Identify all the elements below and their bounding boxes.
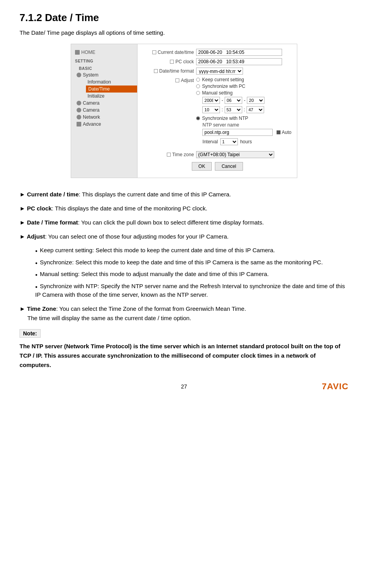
page-footer: 27 7AVIC xyxy=(20,381,348,392)
logo-text2: C xyxy=(342,381,348,391)
sidebar-item-datetime[interactable]: Date/Time xyxy=(86,86,137,93)
datetime-format-desc: ► Date / Time format: You can click the … xyxy=(20,218,348,227)
datetime-format-label: Date/time format xyxy=(159,68,194,74)
cancel-button[interactable]: Cancel xyxy=(215,162,243,171)
bullet-keep: Keep current setting: Select this mode t… xyxy=(35,246,348,255)
radio-manual[interactable]: Manual setting xyxy=(196,90,291,96)
sidebar-item-camera-label: Camera xyxy=(83,100,100,106)
sidebar-item-camera[interactable]: Camera xyxy=(75,100,137,107)
manual-date-row: 2008 - 06 - 20 xyxy=(202,97,291,104)
note-section: Note: The NTP server (Network Time Proto… xyxy=(20,329,348,370)
adjust-checkbox[interactable] xyxy=(175,78,179,82)
pc-clock-checkbox[interactable] xyxy=(170,60,174,64)
current-datetime-row: Current date/time xyxy=(143,49,291,56)
sidebar-home-label: HOME xyxy=(81,50,95,55)
hours-label: hours xyxy=(240,139,252,144)
system-icon xyxy=(77,73,81,77)
timezone-checkbox[interactable] xyxy=(167,153,171,157)
advance-icon xyxy=(77,122,81,127)
adjust-radio-group: Keep current setting Synchronize with PC… xyxy=(196,77,291,146)
timezone-select[interactable]: (GMT+08:00) Taipei xyxy=(196,151,274,158)
sidebar-item-system[interactable]: System xyxy=(75,71,137,78)
sidebar-item-advance-label: Advance xyxy=(83,121,101,127)
note-label: Note: xyxy=(20,329,41,338)
interval-label: Interval xyxy=(202,139,218,144)
second-select[interactable]: 47 xyxy=(247,106,264,113)
datetime-format-checkbox[interactable] xyxy=(154,69,158,73)
sidebar-item-initialize[interactable]: Initialize xyxy=(86,93,137,100)
sidebar-home[interactable]: HOME xyxy=(71,48,137,57)
ok-cancel-row: OK Cancel xyxy=(143,162,291,171)
sidebar-item-network-label: Camera xyxy=(83,107,100,113)
sidebar-item-information[interactable]: Information xyxy=(86,78,137,86)
radio-sync-pc[interactable]: Synchronize with PC xyxy=(196,84,291,89)
radio-manual-label: Manual setting xyxy=(202,90,232,96)
current-datetime-label: Current date/time xyxy=(158,50,194,55)
ntp-server-input[interactable] xyxy=(202,129,273,136)
sidebar-item-security[interactable]: Network xyxy=(75,114,137,121)
ui-panel: HOME SETTING BASIC System Information Da… xyxy=(71,44,297,178)
hour-select[interactable]: 10 xyxy=(202,106,220,113)
datetime-format-select[interactable]: yyyy-mm-dd hh:mm:ss xyxy=(196,68,243,75)
ntp-auto-group: Auto xyxy=(277,130,291,135)
adjust-row: Adjust Keep current setting Synchronize … xyxy=(143,77,291,146)
sidebar-item-system-label: System xyxy=(83,72,98,78)
pc-clock-row: PC clock xyxy=(143,58,291,65)
ok-button[interactable]: OK xyxy=(192,162,212,171)
ntp-server-label: NTP server name xyxy=(202,122,291,128)
form-panel: Current date/time PC clock Date/time for… xyxy=(138,44,297,178)
timezone-label: Time zone xyxy=(172,152,194,157)
adjust-label: Adjust xyxy=(181,78,194,83)
page-title: 7.1.2 Date / Time xyxy=(20,12,348,24)
intro-text: The Date/ Time page displays all options… xyxy=(20,29,348,36)
sidebar-basic-label: BASIC xyxy=(75,64,137,71)
adjust-desc: ► Adjust: You can select one of those fo… xyxy=(20,232,348,241)
sidebar-item-advance[interactable]: Advance xyxy=(75,121,137,128)
timezone-sub: The time will display the same as the cu… xyxy=(27,315,191,321)
sidebar: HOME SETTING BASIC System Information Da… xyxy=(71,44,138,178)
pc-clock-label: PC clock xyxy=(175,59,194,64)
ntp-auto-label: Auto xyxy=(282,130,291,135)
radio-keep-circle xyxy=(196,78,200,82)
pc-clock-desc: ► PC clock: This displays the date and t… xyxy=(20,204,348,213)
time-sep1: : xyxy=(222,107,223,112)
pc-clock-input[interactable] xyxy=(196,58,282,65)
radio-keep[interactable]: Keep current setting xyxy=(196,77,291,82)
ntp-auto-checkbox[interactable] xyxy=(277,130,280,134)
ntp-server-row: NTP server name Auto xyxy=(202,122,291,136)
bullet-ntp: Synchronize with NTP: Specify the NTP se… xyxy=(35,282,348,299)
timezone-desc: ► Time Zone: You can select the Time Zon… xyxy=(20,304,348,323)
date-sep1: - xyxy=(222,98,223,103)
content-section: ► Current date / time: This displays the… xyxy=(20,190,348,323)
current-datetime-desc: ► Current date / time: This displays the… xyxy=(20,190,348,199)
radio-manual-circle xyxy=(196,91,200,95)
radio-ntp-circle xyxy=(196,116,200,120)
security-icon xyxy=(77,115,81,119)
date-sep2: - xyxy=(244,98,245,103)
sidebar-setting-label: SETTING xyxy=(71,57,137,64)
radio-ntp-label: Synchronize with NTP xyxy=(202,116,248,121)
month-select[interactable]: 06 xyxy=(225,97,242,104)
home-icon xyxy=(75,50,80,55)
radio-sync-pc-label: Synchronize with PC xyxy=(202,84,245,89)
note-text: The NTP server (Network Time Protocol) i… xyxy=(20,342,348,370)
datetime-format-row: Date/time format yyyy-mm-dd hh:mm:ss xyxy=(143,68,291,75)
page-number: 27 xyxy=(129,383,239,390)
current-datetime-input[interactable] xyxy=(196,49,282,56)
current-datetime-checkbox[interactable] xyxy=(152,50,156,54)
manual-time-row: 10 : 53 : 47 xyxy=(202,106,291,113)
interval-row: Interval 1 hours xyxy=(202,138,291,145)
day-select[interactable]: 20 xyxy=(247,97,264,104)
logo-text1: 7AVI xyxy=(322,381,342,391)
radio-ntp[interactable]: Synchronize with NTP xyxy=(196,116,291,121)
radio-keep-label: Keep current setting xyxy=(202,77,244,82)
timezone-row: Time zone (GMT+08:00) Taipei xyxy=(143,151,291,158)
radio-sync-pc-circle xyxy=(196,84,200,88)
sidebar-item-network[interactable]: Camera xyxy=(75,107,137,114)
year-select[interactable]: 2008 xyxy=(202,97,220,104)
bullet-manual: Manual setting: Select this mode to adju… xyxy=(35,270,348,279)
time-sep2: : xyxy=(244,107,245,112)
interval-select[interactable]: 1 xyxy=(220,138,238,145)
bullet-sync: Synchronize: Select this mode to keep th… xyxy=(35,258,348,267)
minute-select[interactable]: 53 xyxy=(225,106,242,113)
